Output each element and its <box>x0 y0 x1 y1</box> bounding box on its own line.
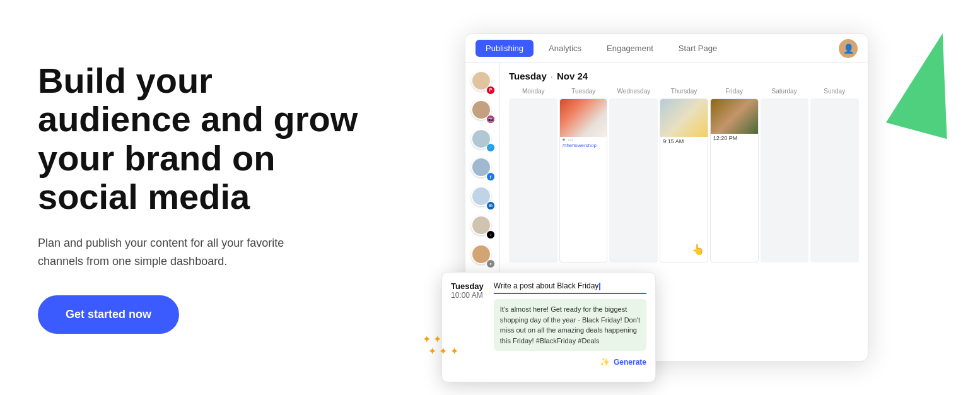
ai-input-area: Write a post about Black Friday It's alm… <box>494 281 646 367</box>
cal-cell-tuesday[interactable]: ♥ ••• #theflowershop <box>559 98 608 262</box>
nav-bar: Publishing Analytics Engagement Start Pa… <box>465 34 868 63</box>
tab-engagement[interactable]: Engagement <box>597 40 663 57</box>
calendar-grid-header: Monday Tuesday Wednesday Thursday Friday… <box>509 88 859 95</box>
cal-header-thursday: Thursday <box>660 88 709 95</box>
cal-header-friday: Friday <box>709 88 759 95</box>
cal-cell-sunday <box>810 98 859 262</box>
calendar-date: Tuesday · Nov 24 <box>509 71 859 81</box>
ai-response: It's almost here! Get ready for the bigg… <box>494 299 646 351</box>
cal-header-wednesday: Wednesday <box>609 88 658 95</box>
post-time-thursday: 9:15 AM <box>660 137 708 146</box>
cal-cell-thursday[interactable]: 9:15 AM 👆 <box>660 98 708 262</box>
cal-cell-saturday <box>761 98 809 262</box>
tab-analytics[interactable]: Analytics <box>539 40 592 57</box>
deco-triangle <box>886 25 973 139</box>
ai-panel-date: Tuesday <box>451 281 484 291</box>
cal-cell-wednesday <box>609 98 658 262</box>
cal-cell-monday <box>509 98 557 262</box>
social-item-linkedin[interactable]: in <box>471 186 494 209</box>
tab-startpage[interactable]: Start Page <box>668 40 727 57</box>
calendar-content: ♥ ••• #theflowershop 9:15 AM 👆 <box>509 98 859 262</box>
left-section: Build your audience and grow your brand … <box>38 61 391 334</box>
hashtag-text: #theflowershop <box>560 143 607 150</box>
post-time-friday: 12:20 PM <box>711 134 758 143</box>
ai-cursor <box>599 283 600 290</box>
cal-header-saturday: Saturday <box>760 88 809 95</box>
get-started-button[interactable]: Get started now <box>38 295 179 334</box>
headline: Build your audience and grow your brand … <box>38 61 366 216</box>
right-section: Publishing Analytics Engagement Start Pa… <box>391 0 942 395</box>
generate-icon: ✨ <box>600 357 610 367</box>
social-item-instagram[interactable]: 📷 <box>471 100 494 122</box>
ai-panel: Tuesday 10:00 AM Write a post about Blac… <box>441 272 656 382</box>
social-item-tiktok[interactable]: ♪ <box>471 215 494 238</box>
cal-cell-friday[interactable]: 12:20 PM <box>710 98 759 262</box>
ai-panel-header: Tuesday 10:00 AM Write a post about Blac… <box>451 281 646 367</box>
social-item-pinterest[interactable]: P <box>471 71 494 93</box>
cal-header-sunday: Sunday <box>810 88 859 95</box>
ai-panel-time: 10:00 AM <box>451 291 484 300</box>
ai-generate-button[interactable]: ✨ Generate <box>600 357 646 367</box>
page-container: Build your audience and grow your brand … <box>0 0 980 395</box>
cal-header-tuesday: Tuesday <box>559 88 609 95</box>
subtext: Plan and publish your content for all yo… <box>38 234 315 271</box>
social-item-facebook[interactable]: f <box>471 157 494 180</box>
user-avatar[interactable]: 👤 <box>839 39 858 58</box>
stars-decoration: ✦ ✦ ✦ ✦ ✦ <box>423 333 458 357</box>
social-item-twitter[interactable]: 🐦 <box>471 129 494 151</box>
post-reactions: ♥ ••• <box>560 137 607 143</box>
cal-header-monday: Monday <box>509 88 558 95</box>
social-item-user1[interactable]: ● <box>471 244 494 267</box>
ai-input-text[interactable]: Write a post about Black Friday <box>494 281 646 294</box>
tab-publishing[interactable]: Publishing <box>475 40 534 57</box>
